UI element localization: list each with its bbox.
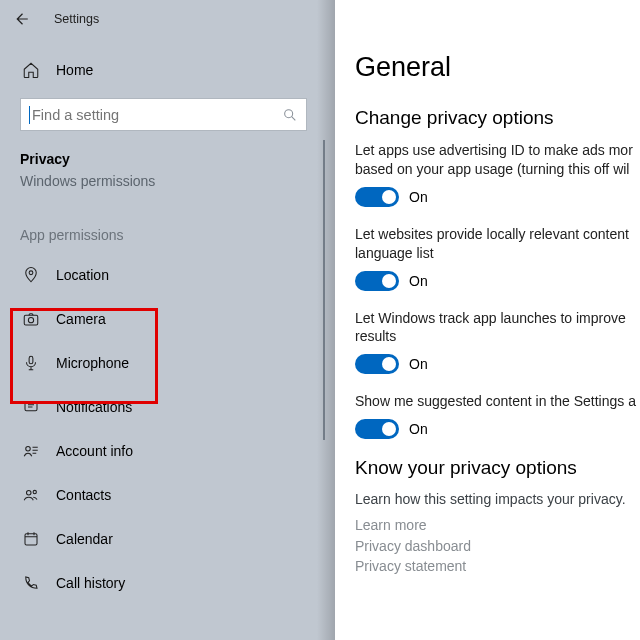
svg-point-1 [29,271,33,275]
toggle-row-app-launches: On [355,354,640,374]
svg-point-6 [26,447,31,452]
sidebar-item-account-info[interactable]: Account info [0,429,335,473]
svg-point-8 [33,490,36,493]
link-learn-more[interactable]: Learn more [355,515,640,535]
settings-window: Settings Home Privacy Windows permission… [0,0,640,640]
toggle-app-launches[interactable] [355,354,399,374]
search-input[interactable] [20,98,307,131]
sidebar-section-title: Privacy [20,151,335,167]
sidebar-item-microphone[interactable]: Microphone [0,341,335,385]
svg-point-0 [285,109,293,117]
section-heading: Change privacy options [355,107,640,129]
scrollbar[interactable] [323,140,325,440]
toggle-language-list[interactable] [355,271,399,291]
window-title: Settings [54,12,99,26]
arrow-left-icon [12,10,30,28]
svg-point-3 [28,318,33,323]
contacts-icon [22,486,40,504]
camera-icon [22,310,40,328]
sidebar-item-label: Location [56,267,109,283]
sidebar: Settings Home Privacy Windows permission… [0,0,335,640]
toggle-suggested-content[interactable] [355,419,399,439]
search-icon [282,107,298,123]
sidebar-item-label: Microphone [56,355,129,371]
page-title: General [355,52,640,83]
call-history-icon [22,574,40,592]
option-desc: Let Windows track app launches to improv… [355,309,640,347]
sidebar-item-label: Contacts [56,487,111,503]
location-icon [22,266,40,284]
svg-rect-2 [24,315,38,325]
search-field[interactable] [32,107,282,123]
home-icon [22,61,40,79]
titlebar: Settings [0,0,335,38]
toggle-state: On [409,273,428,289]
know-subtext: Learn how this setting impacts your priv… [355,491,640,507]
svg-rect-5 [25,402,37,411]
toggle-advertising-id[interactable] [355,187,399,207]
sidebar-item-home[interactable]: Home [0,52,335,88]
toggle-state: On [409,189,428,205]
link-privacy-dashboard[interactable]: Privacy dashboard [355,536,640,556]
sidebar-item-notifications[interactable]: Notifications [0,385,335,429]
sidebar-item-camera[interactable]: Camera [0,297,335,341]
sidebar-item-label: Home [56,62,93,78]
toggle-row-suggested-content: On [355,419,640,439]
back-button[interactable] [10,8,32,30]
toggle-row-advertising-id: On [355,187,640,207]
microphone-icon [22,354,40,372]
svg-rect-4 [29,356,33,364]
search-container [0,88,335,135]
option-desc: Let apps use advertising ID to make ads … [355,141,640,179]
option-desc: Let websites provide locally relevant co… [355,225,640,263]
text-cursor [29,106,30,124]
sidebar-item-call-history[interactable]: Call history [0,561,335,605]
sidebar-item-label: Camera [56,311,106,327]
svg-point-7 [27,491,32,496]
sidebar-item-label: Call history [56,575,125,591]
sidebar-item-calendar[interactable]: Calendar [0,517,335,561]
sidebar-item-location[interactable]: Location [0,253,335,297]
sidebar-item-label: Calendar [56,531,113,547]
sidebar-item-label: Account info [56,443,133,459]
link-privacy-statement[interactable]: Privacy statement [355,556,640,576]
toggle-row-language-list: On [355,271,640,291]
toggle-state: On [409,421,428,437]
section-heading-know: Know your privacy options [355,457,640,479]
sidebar-item-label: Notifications [56,399,132,415]
toggle-state: On [409,356,428,372]
calendar-icon [22,530,40,548]
svg-rect-9 [25,534,37,545]
option-desc: Show me suggested content in the Setting… [355,392,640,411]
sidebar-subsection[interactable]: Windows permissions [20,173,335,189]
account-info-icon [22,442,40,460]
notifications-icon [22,398,40,416]
sidebar-item-contacts[interactable]: Contacts [0,473,335,517]
main-panel: General Change privacy options Let apps … [335,0,640,640]
sidebar-app-permissions-header: App permissions [20,227,335,243]
